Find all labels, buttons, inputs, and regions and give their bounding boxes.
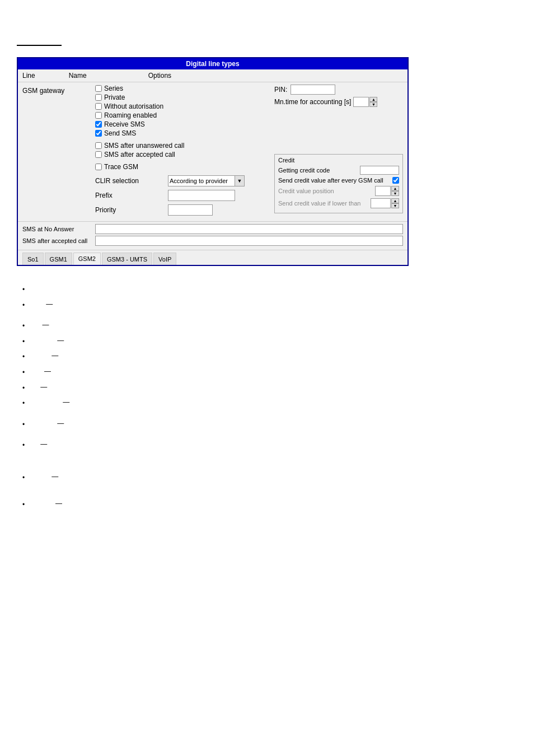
credit-position-down[interactable]: ▼ [391, 191, 399, 196]
checkbox-send-sms[interactable]: Send SMS [95, 129, 274, 137]
credit-position-up[interactable]: ▲ [391, 186, 399, 191]
min-time-up-button[interactable]: ▲ [369, 97, 377, 102]
bullet-dot-11: • [22, 472, 25, 484]
credit-position-row: Credit value position 1 ▲ ▼ [278, 186, 399, 196]
bullet-4: • — [22, 335, 517, 348]
bullet-1: • [22, 283, 517, 296]
credit-code-row: Getting credit code [278, 166, 399, 175]
bullet-dot-9: • [22, 419, 25, 431]
min-time-input[interactable]: 1 [353, 97, 369, 107]
tab-bar: So1 GSM1 GSM2 GSM3 - UMTS VoIP [18, 250, 407, 265]
checkbox-series[interactable]: Series [95, 85, 274, 92]
digital-line-types-dialog: Digital line types Line Name Options GSM… [17, 57, 409, 266]
pin-label: PIN: [274, 86, 287, 94]
send-credit-label: Send credit value after every GSM call [278, 177, 392, 184]
bullet-10: • — [22, 438, 517, 452]
tab-so1[interactable]: So1 [22, 253, 44, 265]
bullet-9: • — [22, 418, 517, 431]
sms-no-answer-row: SMS at No Answer Od %n - %c máte zmeškan… [22, 224, 403, 234]
bullet-5: • — [22, 350, 517, 363]
min-time-row: Mn.time for accounting [s] 1 ▲ ▼ [274, 97, 403, 107]
clir-label: CLIR selection [95, 177, 168, 185]
checkbox-receive-sms[interactable]: Receive SMS [95, 120, 274, 128]
credit-lower-label: Send credit value if lower than [278, 200, 371, 207]
bullet-dot-5: • [22, 351, 25, 363]
clir-row: CLIR selection According to provider ▼ [95, 175, 274, 186]
checkbox-trace-gsm[interactable]: Trace GSM [95, 163, 274, 171]
options-right: PIN: Mn.time for accounting [s] 1 ▲ ▼ [274, 85, 403, 219]
checkbox-private[interactable]: Private [95, 94, 274, 101]
bullet-3: • — [22, 319, 517, 333]
min-time-spinner-buttons: ▲ ▼ [369, 97, 377, 107]
credit-position-input[interactable]: 1 [375, 186, 391, 196]
checkbox-roaming[interactable]: Roaming enabled [95, 111, 274, 119]
credit-position-spinner-buttons: ▲ ▼ [391, 186, 399, 196]
sms-accepted-label: SMS after accepted call [22, 237, 95, 244]
bullet-11: • — [22, 471, 517, 484]
priority-row: Priority 0 [95, 204, 274, 216]
credit-box: Credit Getting credit code Send credit v… [274, 154, 403, 213]
dialog-title: Digital line types [18, 58, 407, 69]
bullet-dot-4: • [22, 336, 25, 348]
sms-section: SMS at No Answer Od %n - %c máte zmeškan… [18, 221, 407, 250]
bullet-dot-1: • [22, 284, 25, 296]
checkbox-sms-unanswered[interactable]: SMS after unanswered call [95, 142, 274, 150]
tab-gsm1[interactable]: GSM1 [45, 253, 72, 265]
pin-input[interactable] [291, 85, 335, 95]
bullet-dot-6: • [22, 367, 25, 379]
tab-gsm2[interactable]: GSM2 [73, 253, 101, 265]
bullet-dot-10: • [22, 440, 25, 452]
prefix-row: Prefix [95, 190, 274, 201]
credit-position-spinner[interactable]: 1 ▲ ▼ [375, 186, 399, 196]
options-col: Series Private Without autorisation Roam… [95, 85, 274, 219]
bullet-6: • — [22, 366, 517, 379]
priority-input[interactable]: 0 [168, 204, 213, 216]
sms-no-answer-label: SMS at No Answer [22, 226, 95, 232]
sms-accepted-row: SMS after accepted call Hovořil jste s %… [22, 236, 403, 246]
bullet-7: • — [22, 381, 517, 395]
gsm-gateway-label: GSM gateway [22, 85, 95, 219]
sms-accepted-input[interactable]: Hovořil jste s %n - %c *** %!s Mobility … [95, 236, 403, 246]
header-options: Options [148, 72, 171, 80]
credit-lower-input[interactable]: 100 [371, 198, 391, 208]
clir-select-wrapper[interactable]: According to provider ▼ [168, 175, 245, 186]
bullet-section: • • — • — • — • — • — [17, 283, 517, 511]
pin-row: PIN: [274, 85, 403, 95]
min-time-label: Mn.time for accounting [s] [274, 98, 351, 106]
min-time-spinner[interactable]: 1 ▲ ▼ [353, 97, 377, 107]
bullet-dot-12: • [22, 499, 25, 511]
header-name: Name [69, 72, 87, 80]
prefix-label: Prefix [95, 192, 168, 199]
sms-no-answer-input[interactable]: Od %n - %c máte zmeškané volání *** %!s … [95, 224, 403, 234]
credit-lower-spinner[interactable]: 100 ▲ ▼ [371, 198, 399, 208]
header-line: Line [22, 72, 35, 80]
tab-gsm3-umts[interactable]: GSM3 - UMTS [102, 253, 152, 265]
bullet-dot-7: • [22, 382, 25, 395]
bullet-12: • — [22, 498, 517, 511]
bullet-8: • — [22, 396, 517, 410]
credit-lower-down[interactable]: ▼ [391, 203, 399, 208]
clir-dropdown-arrow[interactable]: ▼ [235, 175, 245, 186]
send-credit-row: Send credit value after every GSM call [278, 177, 399, 184]
getting-credit-input[interactable] [360, 166, 399, 175]
dialog-header: Line Name Options [18, 69, 407, 82]
bullet-2: • — [22, 298, 517, 312]
clir-select[interactable]: According to provider [168, 175, 235, 186]
credit-lower-row: Send credit value if lower than 100 ▲ ▼ [278, 198, 399, 208]
credit-lower-up[interactable]: ▲ [391, 198, 399, 203]
tab-voip[interactable]: VoIP [153, 253, 176, 265]
send-credit-checkbox[interactable] [392, 177, 399, 184]
bullet-dot-8: • [22, 398, 25, 410]
min-time-down-button[interactable]: ▼ [369, 102, 377, 107]
checkbox-sms-accepted[interactable]: SMS after accepted call [95, 151, 274, 158]
bullet-dot-2: • [22, 300, 25, 312]
main-content-row: GSM gateway Series Private Witho [18, 82, 407, 221]
credit-title: Credit [278, 157, 399, 164]
credit-lower-spinner-buttons: ▲ ▼ [391, 198, 399, 208]
credit-position-label: Credit value position [278, 188, 375, 194]
getting-credit-label: Getting credit code [278, 167, 360, 174]
bullet-dot-3: • [22, 320, 25, 333]
prefix-input[interactable] [168, 190, 235, 201]
priority-label: Priority [95, 206, 168, 214]
checkbox-without-auth[interactable]: Without autorisation [95, 102, 274, 110]
